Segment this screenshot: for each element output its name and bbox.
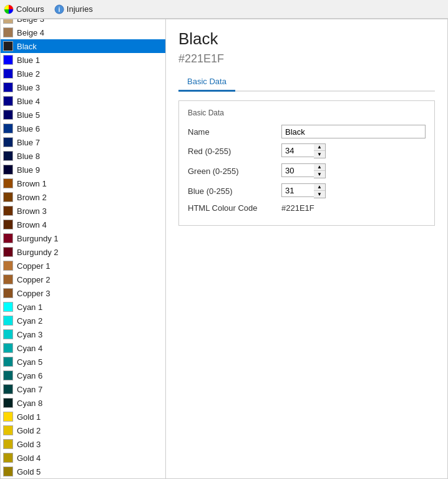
list-item[interactable]: Brown 3: [1, 204, 165, 218]
list-item[interactable]: Beige 4: [1, 26, 165, 39]
color-swatch: [3, 453, 13, 463]
red-field-container: ▲ ▼: [281, 143, 426, 158]
color-swatch: [3, 165, 13, 175]
right-panel: Black #221E1F Basic Data Basic Data Name…: [166, 19, 447, 478]
blue-increment-button[interactable]: ▲: [314, 184, 325, 191]
red-input[interactable]: [281, 143, 314, 157]
list-item-label: Copper 2: [17, 275, 50, 284]
green-decrement-button[interactable]: ▼: [314, 171, 325, 178]
color-swatch: [3, 425, 13, 435]
list-item[interactable]: Copper 3: [1, 286, 165, 300]
list-item[interactable]: Beige 3: [1, 19, 165, 26]
blue-label: Blue (0-255): [188, 186, 281, 196]
injuries-menu-item[interactable]: i Injuries: [54, 4, 93, 14]
green-input[interactable]: [281, 163, 314, 177]
html-code-row: HTML Colour Code #221E1F: [188, 203, 426, 213]
list-item-label: Blue 5: [17, 110, 40, 120]
list-item[interactable]: Cyan 8: [1, 396, 165, 410]
list-item[interactable]: Copper 2: [1, 273, 165, 286]
tab-basic-data[interactable]: Basic Data: [178, 73, 235, 92]
red-increment-button[interactable]: ▲: [314, 144, 325, 151]
list-item[interactable]: Gold 4: [1, 451, 165, 465]
list-item[interactable]: Cyan 4: [1, 341, 165, 355]
list-item-label: Blue 3: [17, 83, 40, 92]
list-panel: Beige 1Beige 2Beige 3Beige 4BlackBlue 1B…: [1, 19, 166, 478]
name-input[interactable]: [281, 125, 426, 138]
list-item[interactable]: Blue 2: [1, 67, 165, 80]
list-item[interactable]: Cyan 6: [1, 369, 165, 382]
list-item[interactable]: Burgundy 1: [1, 231, 165, 245]
green-row: Green (0-255) ▲ ▼: [188, 163, 426, 178]
color-swatch: [3, 19, 13, 24]
svg-text:i: i: [58, 6, 60, 13]
titlebar: Colours i Injuries: [0, 0, 448, 19]
list-item[interactable]: Blue 8: [1, 149, 165, 163]
color-swatch: [3, 357, 13, 367]
list-item[interactable]: Brown 1: [1, 177, 165, 190]
list-item-label: Beige 4: [17, 28, 44, 37]
red-spinner-buttons: ▲ ▼: [314, 143, 326, 158]
red-spinner: ▲ ▼: [281, 143, 326, 158]
color-swatch: [3, 206, 13, 216]
green-label: Green (0-255): [188, 167, 281, 176]
list-item[interactable]: Cyan 3: [1, 327, 165, 341]
red-decrement-button[interactable]: ▼: [314, 151, 325, 158]
color-swatch: [3, 329, 13, 339]
list-item-label: Gold 1: [17, 412, 41, 422]
list-item[interactable]: Brown 2: [1, 190, 165, 204]
basic-data-section: Basic Data Name Red (0-255) ▲ ▼: [178, 100, 435, 226]
list-item[interactable]: Copper 1: [1, 259, 165, 273]
name-row: Name: [188, 125, 426, 138]
color-swatch: [3, 55, 13, 65]
list-item[interactable]: Blue 3: [1, 80, 165, 94]
colours-icon: [4, 4, 14, 14]
list-item[interactable]: Cyan 5: [1, 355, 165, 369]
list-item-label: Blue 4: [17, 97, 40, 106]
list-item-label: Gold 5: [17, 467, 41, 477]
list-item-label: Gold 2: [17, 426, 41, 435]
list-item-label: Gold 4: [17, 453, 41, 463]
list-item[interactable]: Gold 1: [1, 410, 165, 423]
list-item[interactable]: Brown 4: [1, 218, 165, 231]
list-item[interactable]: Blue 1: [1, 53, 165, 67]
section-title: Basic Data: [188, 109, 426, 117]
name-label: Name: [188, 127, 281, 137]
blue-spinner: ▲ ▼: [281, 183, 326, 198]
color-swatch: [3, 302, 13, 312]
list-item-label: Brown 1: [17, 179, 47, 188]
green-spinner: ▲ ▼: [281, 163, 326, 178]
list-item[interactable]: Cyan 2: [1, 314, 165, 327]
list-item[interactable]: Cyan 7: [1, 382, 165, 396]
list-item[interactable]: Blue 7: [1, 135, 165, 149]
list-item[interactable]: Blue 4: [1, 94, 165, 108]
list-item[interactable]: Blue 5: [1, 108, 165, 122]
color-swatch: [3, 288, 13, 298]
color-swatch: [3, 343, 13, 353]
color-swatch: [3, 439, 13, 449]
blue-decrement-button[interactable]: ▼: [314, 191, 325, 198]
list-item[interactable]: Cyan 1: [1, 300, 165, 314]
list-item[interactable]: Gold 5: [1, 465, 165, 478]
list-item[interactable]: Blue 6: [1, 122, 165, 135]
color-swatch: [3, 247, 13, 257]
list-item[interactable]: Blue 9: [1, 163, 165, 177]
color-swatch: [3, 96, 13, 106]
list-item[interactable]: Black: [1, 39, 165, 53]
list-item-label: Blue 9: [17, 165, 40, 175]
html-code-value-container: #221E1F: [281, 203, 426, 213]
color-swatch: [3, 316, 13, 326]
list-item[interactable]: Gold 2: [1, 423, 165, 437]
color-list[interactable]: Beige 1Beige 2Beige 3Beige 4BlackBlue 1B…: [1, 19, 165, 478]
list-item[interactable]: Burgundy 2: [1, 245, 165, 259]
color-swatch: [3, 274, 13, 284]
blue-input[interactable]: [281, 183, 314, 197]
color-hex: #221E1F: [178, 52, 435, 65]
colours-menu-item[interactable]: Colours: [4, 4, 44, 14]
green-increment-button[interactable]: ▲: [314, 164, 325, 171]
list-item-label: Cyan 5: [17, 357, 42, 367]
list-item-label: Brown 2: [17, 193, 47, 202]
list-item[interactable]: Gold 3: [1, 437, 165, 451]
list-item-label: Burgundy 2: [17, 248, 59, 257]
name-field-container: [281, 125, 426, 138]
color-swatch: [3, 220, 13, 230]
